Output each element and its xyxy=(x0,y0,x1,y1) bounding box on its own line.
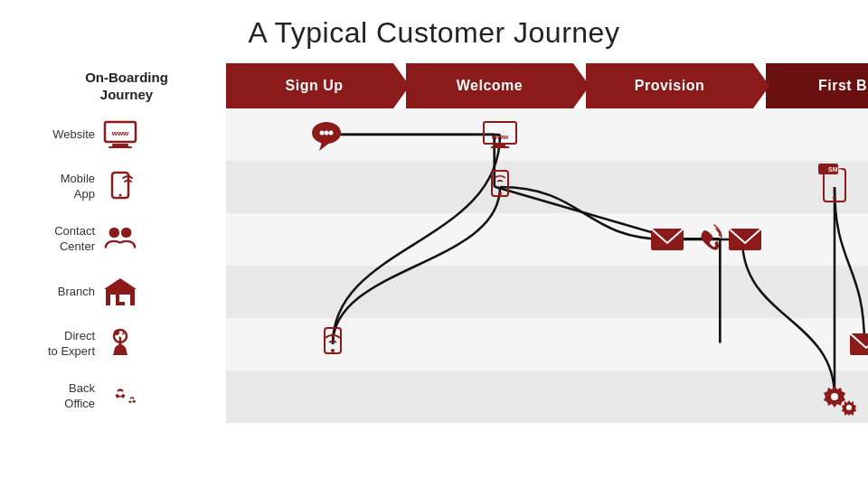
right-panel: Sign Up Welcome Provision First Bill xyxy=(226,63,868,423)
header-label: On-BoardingJourney xyxy=(85,69,168,104)
stage-header: Sign Up Welcome Provision First Bill xyxy=(226,63,868,108)
label-backoffice: BackOffice xyxy=(32,381,95,412)
svg-point-5 xyxy=(119,194,122,197)
label-website: Website xyxy=(32,127,95,143)
row-contact: ContactCenter xyxy=(27,213,226,266)
icon-direct xyxy=(102,326,138,362)
stage-welcome: Welcome xyxy=(406,63,573,108)
label-branch: Branch xyxy=(32,285,95,300)
svg-point-38 xyxy=(331,333,335,337)
row-direct: Directto Expert xyxy=(27,318,226,370)
svg-marker-24 xyxy=(319,142,331,151)
icon-website: www xyxy=(102,117,138,153)
label-mobile: MobileApp xyxy=(32,172,95,202)
svg-point-27 xyxy=(329,131,334,136)
svg-rect-30 xyxy=(495,145,505,146)
stage-provision: Provision xyxy=(586,63,753,108)
stage-firstbill: First Bill xyxy=(766,63,868,108)
row-mobile: MobileApp xyxy=(27,161,226,213)
journey-line-svg: www xyxy=(226,108,868,425)
svg-rect-12 xyxy=(125,295,130,305)
svg-text:www: www xyxy=(491,133,509,141)
label-contact: ContactCenter xyxy=(32,224,95,255)
onboarding-header: On-BoardingJourney xyxy=(27,63,226,108)
main-container: On-BoardingJourney Website www MobileApp xyxy=(27,63,868,423)
svg-point-40 xyxy=(833,196,836,200)
row-branch: Branch xyxy=(27,266,226,318)
svg-rect-11 xyxy=(119,295,125,302)
page-title: A Typical Customer Journey xyxy=(0,0,868,59)
svg-point-37 xyxy=(331,349,335,352)
svg-rect-10 xyxy=(110,295,116,305)
icon-mobile xyxy=(102,169,138,205)
svg-marker-9 xyxy=(104,278,137,289)
row-backoffice: BackOffice xyxy=(27,370,226,423)
svg-rect-1 xyxy=(112,144,128,146)
svg-point-7 xyxy=(121,228,131,238)
svg-rect-31 xyxy=(491,146,509,148)
row-website: Website www xyxy=(27,108,226,161)
left-panel: On-BoardingJourney Website www MobileApp xyxy=(27,63,226,423)
svg-point-26 xyxy=(325,131,329,136)
svg-point-43 xyxy=(831,393,838,400)
label-direct: Directto Expert xyxy=(32,329,95,360)
svg-point-15 xyxy=(114,330,119,335)
svg-point-17 xyxy=(118,391,122,396)
journey-grid: www xyxy=(226,108,868,423)
icon-branch xyxy=(102,274,138,310)
svg-point-33 xyxy=(498,192,502,195)
svg-point-6 xyxy=(109,228,119,238)
svg-text:www: www xyxy=(111,129,129,137)
stage-signup: Sign Up xyxy=(226,63,393,108)
icon-contact xyxy=(102,221,138,258)
svg-point-25 xyxy=(320,131,325,136)
svg-text:SMS: SMS xyxy=(828,166,843,173)
svg-point-18 xyxy=(130,398,134,402)
svg-rect-2 xyxy=(108,146,132,148)
icon-backoffice xyxy=(102,379,138,415)
svg-point-44 xyxy=(846,405,852,410)
